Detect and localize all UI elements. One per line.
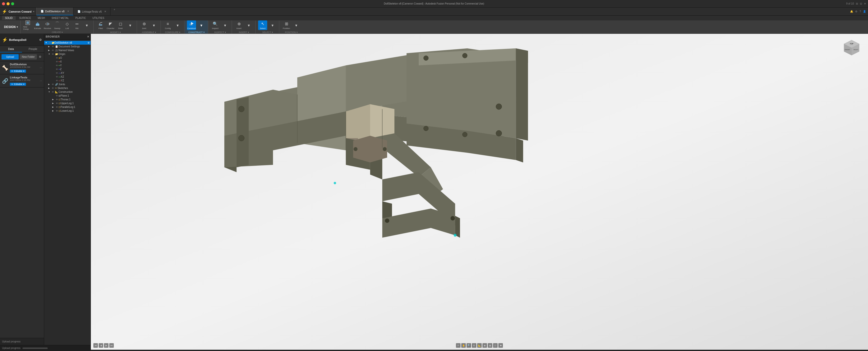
eye-namedviews[interactable]: 👁 bbox=[52, 49, 54, 52]
settings-icon[interactable]: ⚙ bbox=[855, 10, 858, 13]
sidebar-item-linkagetests[interactable]: 🔗 LinkageTests 10/17/2024 2:15 PM ✏ Edit… bbox=[0, 74, 44, 88]
tree-item-lowerleg1[interactable]: ▶ 👁 ⊡ LowerLeg:1 bbox=[44, 109, 91, 113]
select-button[interactable]: ↖ Select bbox=[258, 21, 267, 30]
nav-prev-button[interactable]: ◀ bbox=[99, 343, 103, 348]
more-construct-button[interactable]: ▾ bbox=[197, 21, 206, 30]
new-component-button[interactable]: New Comp bbox=[23, 21, 32, 30]
tree-item-axis-z[interactable]: 👁 ━ Z bbox=[44, 67, 91, 71]
eye-lowerleg1[interactable]: 👁 bbox=[56, 110, 58, 112]
display-mode-button[interactable]: ◉ bbox=[483, 343, 487, 348]
orbit-button[interactable]: ⟳ bbox=[456, 343, 461, 348]
eye-x[interactable]: 👁 bbox=[56, 61, 58, 63]
tab-dollskeleton[interactable]: 📄 DollSkeleton v8 ✕ bbox=[37, 7, 73, 15]
insert-button[interactable]: ⊕ Insert bbox=[235, 21, 244, 30]
nav-last-button[interactable]: ⏭ bbox=[109, 343, 114, 348]
eye-parallelleg1[interactable]: 👁 bbox=[56, 106, 58, 108]
maximize-button[interactable] bbox=[11, 2, 14, 5]
eye-construction[interactable]: 👁 bbox=[52, 91, 54, 93]
eye-yz[interactable]: 👁 bbox=[56, 79, 58, 82]
tree-item-docsettings[interactable]: ▶ 👁 📋 Document Settings bbox=[44, 44, 91, 49]
dollskeleton-options[interactable]: ··· bbox=[40, 66, 42, 69]
tree-item-parallelleg1[interactable]: ▶ 👁 ⊡ ParallelLeg:1 bbox=[44, 105, 91, 109]
visual-style-button[interactable]: ▦ bbox=[488, 343, 492, 348]
tree-item-plane-xy[interactable]: 👁 ▭ XY bbox=[44, 71, 91, 75]
ground-plane-button[interactable]: ⊡ bbox=[493, 343, 498, 348]
tree-item-plane-yz[interactable]: 👁 ▭ YZ bbox=[44, 79, 91, 83]
tree-item-root[interactable]: ▼ 👁 📁 DollSkeleton v8 ⚙ bbox=[44, 41, 91, 44]
tree-item-planet1[interactable]: 👁 ⊟ Plane:1 bbox=[44, 94, 91, 98]
tree-item-joints[interactable]: ▶ 👁 🔗 Joints bbox=[44, 83, 91, 86]
tab-linkagetests[interactable]: 📄 LinkageTests v5 ✕ bbox=[73, 7, 111, 15]
fillet-button[interactable]: Fillet bbox=[96, 21, 105, 30]
sidebar-item-dollskeleton[interactable]: 🦴 DollSkeleton 10/19/2024 9:54 AM ✏ Edit… bbox=[0, 61, 44, 74]
eye-joints[interactable]: 👁 bbox=[52, 83, 54, 86]
more-select-button[interactable]: ▾ bbox=[268, 21, 277, 30]
tree-item-axis-o[interactable]: 👁 ● O bbox=[44, 56, 91, 60]
eye-o[interactable]: 👁 bbox=[56, 57, 58, 59]
eye-upperleg1[interactable]: 👁 bbox=[56, 102, 58, 105]
minimize-icon[interactable]: ⊟ bbox=[856, 2, 858, 5]
chamfer-button[interactable]: ◤ Chamfer bbox=[106, 21, 115, 30]
tree-item-plane-xz[interactable]: 👁 ▭ XZ bbox=[44, 75, 91, 79]
sidebar-options-icon[interactable]: ⚙ bbox=[38, 54, 42, 60]
tab-close-1[interactable]: ✕ bbox=[67, 10, 69, 12]
eye-thorax1[interactable]: 👁 bbox=[56, 98, 58, 101]
position-button[interactable]: ⊞ Position bbox=[282, 21, 291, 30]
eye-root[interactable]: 👁 bbox=[49, 42, 51, 44]
loft-button[interactable]: ◇ Loft bbox=[63, 21, 72, 30]
tree-item-sketches[interactable]: ▶ 👁 ✏ Sketches bbox=[44, 86, 91, 90]
restore-icon[interactable]: ⊡ bbox=[860, 2, 862, 5]
record-button[interactable]: ⏺ bbox=[498, 343, 503, 348]
dollskeleton-badge-arrow[interactable]: ▾ bbox=[23, 70, 25, 72]
view-select-button[interactable]: 📐 bbox=[477, 343, 482, 348]
pan-button[interactable]: ✋ bbox=[461, 343, 466, 348]
more-modify-button[interactable]: ▾ bbox=[126, 21, 135, 30]
nav-first-button[interactable]: ⏮ bbox=[93, 343, 98, 348]
tree-item-origin[interactable]: ▼ 👁 📁 Origin bbox=[44, 52, 91, 56]
minimize-button[interactable] bbox=[6, 2, 9, 5]
toolbar-tab-sheetmetal[interactable]: SHEET METAL bbox=[49, 16, 72, 20]
eye-sketches[interactable]: 👁 bbox=[52, 87, 54, 90]
eye-z[interactable]: 👁 bbox=[56, 68, 58, 71]
construct-button[interactable]: Construct bbox=[187, 21, 196, 30]
root-settings[interactable]: ⚙ bbox=[88, 42, 90, 44]
eye-docsettings[interactable]: 👁 bbox=[52, 45, 54, 48]
tab-close-2[interactable]: ✕ bbox=[104, 10, 106, 13]
joint-button[interactable]: ⊛ Joint bbox=[140, 21, 149, 30]
close-button[interactable] bbox=[2, 2, 5, 5]
more-configure-button[interactable]: ▾ bbox=[173, 21, 182, 30]
zoom-extents-button[interactable]: ⊞ bbox=[472, 343, 476, 348]
tree-item-namedviews[interactable]: ▶ 👁 🎥 Named Views bbox=[44, 49, 91, 52]
zoom-button[interactable]: 🔍 bbox=[467, 343, 471, 348]
linkagetests-options[interactable]: ··· bbox=[40, 79, 42, 82]
notifications-icon[interactable]: 🔔 bbox=[850, 10, 853, 13]
linkagetests-badge-arrow[interactable]: ▾ bbox=[23, 83, 25, 86]
nav-next-button[interactable]: ▶ bbox=[104, 343, 108, 348]
revolve-button[interactable]: Revolve bbox=[43, 21, 52, 30]
toolbar-tab-mesh[interactable]: MESH bbox=[35, 16, 48, 20]
tree-item-upperleg1[interactable]: ▶ 👁 ⊡ UpperLeg:1 bbox=[44, 101, 91, 105]
more-inspect-button[interactable]: ▾ bbox=[220, 21, 229, 30]
shell-button[interactable]: ◻ Shell bbox=[116, 21, 125, 30]
design-dropdown[interactable]: DESIGN ▾ bbox=[1, 21, 21, 34]
more-create-button[interactable]: ▾ bbox=[82, 21, 91, 30]
view-cube[interactable]: TOP RIGHT FRONT bbox=[843, 39, 861, 57]
tree-item-thorax1[interactable]: ▶ 👁 ⊡ Thorax:1 bbox=[44, 98, 91, 101]
toolbar-tab-solid[interactable]: SOLID bbox=[2, 16, 16, 20]
configure-button[interactable]: ≡ Config bbox=[163, 21, 172, 30]
rib-button[interactable]: ═ Rib bbox=[72, 21, 82, 30]
toolbar-tab-surface[interactable]: SURFACE bbox=[16, 16, 34, 20]
close-icon-2[interactable]: ✕ bbox=[864, 2, 866, 5]
tree-item-axis-y[interactable]: 👁 ━ Y bbox=[44, 64, 91, 67]
viewport[interactable]: TOP RIGHT FRONT ⏮ ◀ ▶ ⏭ ⟳ ✋ 🔍 bbox=[91, 34, 868, 350]
viewport-container[interactable]: TOP RIGHT FRONT ⏮ ◀ ▶ ⏭ ⟳ ✋ 🔍 bbox=[91, 34, 868, 351]
sidebar-tab-data[interactable]: Data bbox=[0, 46, 22, 53]
eye-planet1[interactable]: 👁 bbox=[56, 95, 58, 97]
browser-close-icon[interactable]: ✕ bbox=[87, 35, 89, 38]
account-icon[interactable]: 👤 bbox=[863, 10, 866, 13]
upload-button[interactable]: Upload bbox=[1, 54, 19, 60]
help-icon[interactable]: ? bbox=[860, 10, 861, 13]
eye-y[interactable]: 👁 bbox=[56, 64, 58, 67]
sidebar-settings-icon[interactable]: ⚙ bbox=[39, 38, 42, 42]
more-insert-button[interactable]: ▾ bbox=[244, 21, 253, 30]
